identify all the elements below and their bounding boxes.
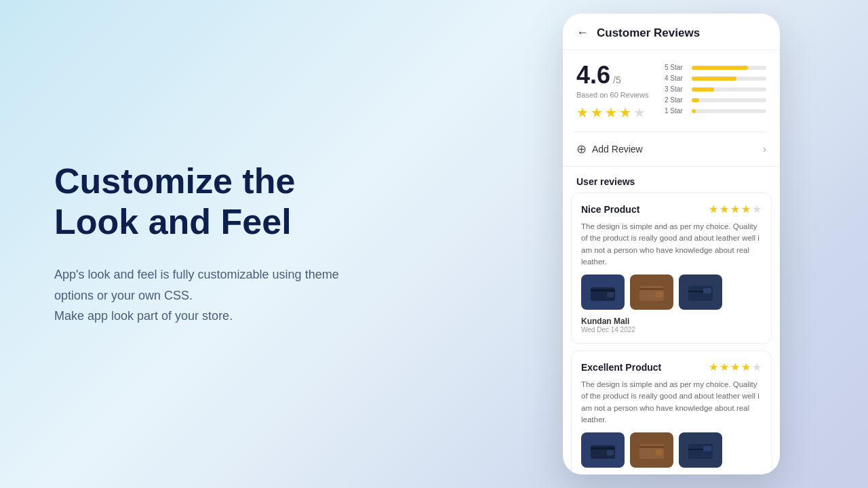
bar-track-5 <box>692 66 766 70</box>
big-rating: 4.6 /5 <box>576 61 621 89</box>
bar-row-4star: 4 Star <box>665 75 766 82</box>
product-img-2c <box>679 432 722 468</box>
product-img-1c <box>679 274 722 310</box>
product-img-2a <box>581 432 625 468</box>
review-stars-2: ★ ★ ★ ★ ★ <box>709 361 762 373</box>
review-header-2: Excellent Product ★ ★ ★ ★ ★ <box>581 361 762 373</box>
bar-fill-4 <box>692 77 736 81</box>
star-2: ★ <box>591 104 603 121</box>
svg-rect-13 <box>639 446 664 448</box>
plus-circle-icon: ⊕ <box>576 142 587 157</box>
subtext-line1: App's look and feel is fully customizabl… <box>54 268 339 281</box>
bar-label-4: 4 Star <box>665 75 686 82</box>
review-header-1: Nice Product ★ ★ ★ ★ ★ <box>581 203 762 216</box>
reviewer-info-1: Kundan Mali Wed Dec 14 2022 <box>581 317 762 333</box>
page-title: Customer Reviews <box>597 26 700 40</box>
r1-star4: ★ <box>741 203 751 216</box>
bar-label-2: 2 Star <box>665 96 686 104</box>
bar-fill-1 <box>692 109 696 113</box>
phone-mockup: ← Customer Reviews 4.6 /5 Based on 60 Re… <box>563 14 780 474</box>
bar-track-4 <box>692 77 766 81</box>
subtext-line3: Make app look part of your store. <box>54 309 233 323</box>
r2-star1: ★ <box>709 361 718 373</box>
product-img-1a <box>581 274 625 310</box>
bar-row-1star: 1 Star <box>665 107 766 115</box>
svg-rect-11 <box>607 450 614 455</box>
bar-label-3: 3 Star <box>665 85 686 93</box>
svg-rect-1 <box>591 289 615 291</box>
right-panel: ← Customer Reviews 4.6 /5 Based on 60 Re… <box>488 14 868 474</box>
heading-line2: Look and Feel <box>54 202 292 241</box>
summary-stars: ★ ★ ★ ★ ★ <box>576 104 646 121</box>
left-panel: Customize the Look and Feel App's look a… <box>0 121 488 367</box>
review-stars-1: ★ ★ ★ ★ ★ <box>709 203 762 216</box>
svg-rect-7 <box>703 288 711 293</box>
svg-rect-14 <box>656 449 663 455</box>
r1-star1: ★ <box>709 203 718 216</box>
product-img-1b <box>630 274 673 310</box>
bar-label-5: 5 Star <box>665 64 686 71</box>
rating-summary: 4.6 /5 Based on 60 Reviews ★ ★ ★ ★ ★ 5 S… <box>563 50 780 131</box>
bar-track-1 <box>692 109 766 113</box>
svg-rect-4 <box>639 288 664 290</box>
review-images-1 <box>581 274 762 310</box>
svg-rect-5 <box>656 291 663 298</box>
add-review-row[interactable]: ⊕ Add Review › <box>563 132 780 167</box>
svg-rect-16 <box>703 446 711 451</box>
add-review-label: Add Review <box>592 144 763 155</box>
r2-star4: ★ <box>741 361 751 373</box>
rating-bars: 5 Star 4 Star 3 Star <box>665 61 766 115</box>
review-title-1: Nice Product <box>581 204 639 215</box>
r2-star5: ★ <box>752 361 762 373</box>
r1-star3: ★ <box>730 203 740 216</box>
rating-based: Based on 60 Reviews <box>576 91 648 99</box>
review-text-1: The design is simple and as per my choic… <box>581 221 762 268</box>
reviewer-name-1: Kundan Mali <box>581 317 762 326</box>
user-reviews-label: User reviews <box>563 167 780 192</box>
bar-row-2star: 2 Star <box>665 96 766 104</box>
heading-line1: Customize the <box>54 161 295 201</box>
svg-rect-10 <box>591 447 615 449</box>
r2-star2: ★ <box>719 361 729 373</box>
chevron-right-icon: › <box>763 143 766 155</box>
r1-star5: ★ <box>752 203 762 216</box>
subtext-line2: options or your own CSS. <box>54 289 193 302</box>
bar-row-5star: 5 Star <box>665 64 766 71</box>
review-title-2: Excellent Product <box>581 362 661 373</box>
review-images-2 <box>581 432 762 468</box>
rating-denom: /5 <box>613 75 621 85</box>
star-3: ★ <box>605 104 617 121</box>
reviews-scroll[interactable]: Nice Product ★ ★ ★ ★ ★ The design is sim… <box>563 192 780 474</box>
back-arrow-icon[interactable]: ← <box>576 26 589 40</box>
sub-text: App's look and feel is fully customizabl… <box>54 264 407 327</box>
bar-label-1: 1 Star <box>665 107 686 115</box>
review-text-2: The design is simple and as per my choic… <box>581 379 762 426</box>
bar-track-2 <box>692 98 766 102</box>
r1-star2: ★ <box>719 203 729 216</box>
r2-star3: ★ <box>730 361 740 373</box>
svg-rect-2 <box>607 292 614 298</box>
bar-fill-2 <box>692 98 699 102</box>
bar-track-3 <box>692 87 766 92</box>
rating-left: 4.6 /5 Based on 60 Reviews ★ ★ ★ ★ ★ <box>576 61 651 121</box>
bar-row-3star: 3 Star <box>665 85 766 93</box>
star-5: ★ <box>633 104 646 121</box>
review-card-1: Nice Product ★ ★ ★ ★ ★ The design is sim… <box>571 192 772 344</box>
reviewer-date-1: Wed Dec 14 2022 <box>581 326 762 333</box>
star-4: ★ <box>619 104 631 121</box>
main-heading: Customize the Look and Feel <box>54 161 448 243</box>
bar-fill-3 <box>692 87 714 92</box>
phone-header: ← Customer Reviews <box>563 14 780 50</box>
rating-number: 4.6 <box>576 61 610 89</box>
bar-fill-5 <box>692 66 748 70</box>
review-card-2: Excellent Product ★ ★ ★ ★ ★ The design i… <box>571 350 772 474</box>
star-1: ★ <box>576 104 589 121</box>
product-img-2b <box>630 432 673 468</box>
